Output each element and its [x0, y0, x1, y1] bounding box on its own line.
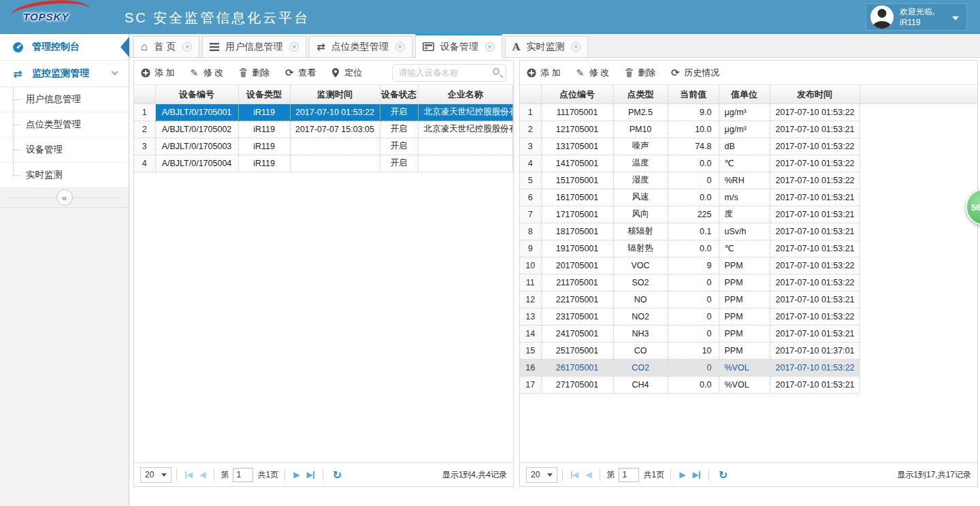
- next-page-button[interactable]: ▶: [679, 470, 685, 479]
- prev-page-button[interactable]: ◀: [199, 470, 206, 479]
- close-icon[interactable]: ✕: [289, 42, 299, 52]
- cell-filler: [860, 376, 977, 393]
- page-size-select[interactable]: 20: [526, 467, 557, 483]
- cell-publish-time: 2017-07-10 01:53:21: [770, 121, 860, 138]
- tab-point-type[interactable]: ⇄点位类型管理✕: [309, 36, 412, 57]
- page-size-select[interactable]: 20: [140, 467, 172, 483]
- cell-point-type: 核辐射: [613, 223, 668, 240]
- last-page-button[interactable]: ▶: [692, 470, 700, 479]
- point-row[interactable]: 1111705001PM2.59.0μg/m³2017-07-10 01:53:…: [520, 104, 977, 121]
- sidebar-item-point-type[interactable]: 点位类型管理: [0, 112, 129, 138]
- sidebar-item-dashboard[interactable]: 管理控制台: [0, 34, 129, 61]
- point-row[interactable]: 9191705001辐射热0.0℃2017-07-10 01:53:21: [520, 240, 977, 257]
- cell-point-code: 271705001: [541, 376, 613, 393]
- edit-button[interactable]: ✎修 改: [575, 67, 610, 79]
- collapse-sidebar-button[interactable]: «: [56, 189, 73, 206]
- point-row[interactable]: 3131705001噪声74.8dB2017-07-10 01:53:22: [520, 138, 977, 155]
- device-row[interactable]: 1A/BJLT/0/1705001iR1192017-07-10 01:53:2…: [134, 104, 513, 121]
- point-row[interactable]: 6161705001风速0.0m/s2017-07-10 01:53:21: [520, 189, 977, 206]
- point-row[interactable]: 11211705001SO20PPM2017-07-10 01:53:22: [520, 274, 977, 291]
- page-size-value: 20: [531, 470, 540, 479]
- device-row[interactable]: 4A/BJLT/0/1705004iR119开启: [134, 155, 513, 172]
- view-button[interactable]: ⟳查看: [284, 67, 316, 79]
- refresh-icon[interactable]: ↻: [719, 469, 728, 481]
- cell-point-code: 261705001: [541, 359, 613, 376]
- add-button[interactable]: 添 加: [526, 67, 561, 79]
- user-menu[interactable]: 欢迎光临, iR119: [866, 3, 967, 31]
- sidebar-item-label: 点位类型管理: [26, 118, 81, 131]
- button-label: 添 加: [154, 67, 175, 79]
- close-icon[interactable]: ✕: [395, 42, 405, 52]
- cell-current-value: 0: [668, 325, 719, 342]
- tab-device-mgmt[interactable]: 设备管理✕: [415, 34, 502, 58]
- prev-page-button[interactable]: ◀: [585, 470, 591, 479]
- pager-summary: 显示1到17,共17记录: [897, 469, 971, 481]
- tab-user-info[interactable]: 用户信息管理✕: [202, 36, 306, 57]
- point-row[interactable]: 14241705001NH30PPM2017-07-10 01:53:21: [520, 325, 977, 342]
- device-row[interactable]: 2A/BJLT/0/1705002iR1192017-07-07 15:03:0…: [134, 121, 513, 138]
- close-icon[interactable]: ✕: [182, 42, 192, 52]
- page-number-input[interactable]: [619, 468, 639, 482]
- view-icon: ⟳: [284, 67, 295, 79]
- edit-button[interactable]: ✎修 改: [189, 67, 224, 79]
- last-page-button[interactable]: ▶: [306, 470, 314, 479]
- point-row[interactable]: 5151705001湿度0%RH2017-07-10 01:53:22: [520, 172, 977, 189]
- close-icon[interactable]: ✕: [571, 42, 581, 52]
- column-header[interactable]: 点类型: [613, 86, 668, 104]
- cell-point-type: PM10: [613, 121, 668, 138]
- point-row[interactable]: 4141705001温度0.0℃2017-07-10 01:53:22: [520, 155, 977, 172]
- point-row[interactable]: 7171705001风向225度2017-07-10 01:53:21: [520, 206, 977, 223]
- point-row[interactable]: 8181705001核辐射0.1uSv/h2017-07-10 01:53:21: [520, 223, 977, 240]
- delete-button[interactable]: 删除: [238, 67, 270, 79]
- page-number-input[interactable]: [233, 468, 253, 482]
- device-row[interactable]: 3A/BJLT/0/1705003iR119开启: [134, 138, 513, 155]
- sidebar-item-realtime-monitor[interactable]: 实时监测: [0, 163, 129, 188]
- column-header[interactable]: 发布时间: [770, 86, 860, 104]
- tab-realtime-monitor[interactable]: A实时监测✕: [505, 36, 589, 57]
- column-header[interactable]: 企业名称: [418, 86, 513, 104]
- close-icon[interactable]: ✕: [485, 42, 495, 52]
- point-row[interactable]: 16261705001CO20%VOL2017-07-10 01:53:22: [520, 359, 977, 376]
- search-icon[interactable]: [493, 68, 500, 75]
- cell-filler: [860, 257, 977, 274]
- column-header[interactable]: 值单位: [719, 86, 770, 104]
- first-page-button[interactable]: ◀: [185, 470, 193, 479]
- page-title: SC 安全监管信息化云平台: [125, 9, 310, 27]
- cell-publish-time: 2017-07-10 01:53:22: [770, 274, 860, 291]
- history-button[interactable]: ⟳历史情况: [670, 67, 719, 79]
- sidebar-item-label: 实时监测: [26, 169, 63, 181]
- tab-home[interactable]: ⌂首 页✕: [133, 36, 199, 57]
- cell-filler: [860, 155, 977, 172]
- sidebar-item-monitor-mgmt[interactable]: ⇄ 监控监测管理: [0, 61, 129, 87]
- cell-device-status: 开启: [380, 121, 418, 138]
- refresh-icon[interactable]: ↻: [333, 469, 342, 481]
- cell-point-type: NH3: [613, 325, 668, 342]
- column-header[interactable]: 设备编号: [155, 86, 238, 104]
- delete-button[interactable]: 删除: [623, 67, 655, 79]
- row-number: 6: [520, 189, 541, 206]
- point-row[interactable]: 10201705001VOC9PPM2017-07-10 01:53:22: [520, 257, 977, 274]
- column-header[interactable]: 设备状态: [380, 86, 418, 104]
- first-page-button[interactable]: ◀: [571, 470, 578, 479]
- sidebar-item-device-mgmt[interactable]: 设备管理: [0, 138, 129, 163]
- column-header[interactable]: 设备类型: [238, 86, 290, 104]
- point-row[interactable]: 13231705001NO20PPM2017-07-10 01:53:22: [520, 308, 977, 325]
- point-row[interactable]: 12221705001NO0PPM2017-07-10 01:53:21: [520, 291, 977, 308]
- column-header[interactable]: 点位编号: [541, 86, 613, 104]
- cell-current-value: 0: [668, 359, 719, 376]
- point-row[interactable]: 17271705001CH40.0%VOL2017-07-10 01:53:21: [520, 376, 977, 393]
- next-page-button[interactable]: ▶: [293, 470, 299, 479]
- column-header[interactable]: 监测时间: [290, 86, 380, 104]
- row-number: 13: [520, 308, 541, 325]
- sidebar-item-user-info[interactable]: 用户信息管理: [0, 87, 129, 112]
- add-icon: [526, 68, 537, 78]
- point-row[interactable]: 2121705001PM1010.0μg/m³2017-07-10 01:53:…: [520, 121, 977, 138]
- add-button[interactable]: 添 加: [140, 67, 175, 79]
- point-row[interactable]: 15251705001CO10PPM2017-07-10 01:37:01: [520, 342, 977, 359]
- column-header[interactable]: 当前值: [668, 86, 719, 104]
- tab-label: 设备管理: [440, 41, 478, 53]
- chevron-down-icon: [112, 69, 118, 76]
- search-input[interactable]: [399, 65, 486, 80]
- cell-current-value: 0: [668, 291, 719, 308]
- locate-button[interactable]: 定位: [330, 67, 362, 79]
